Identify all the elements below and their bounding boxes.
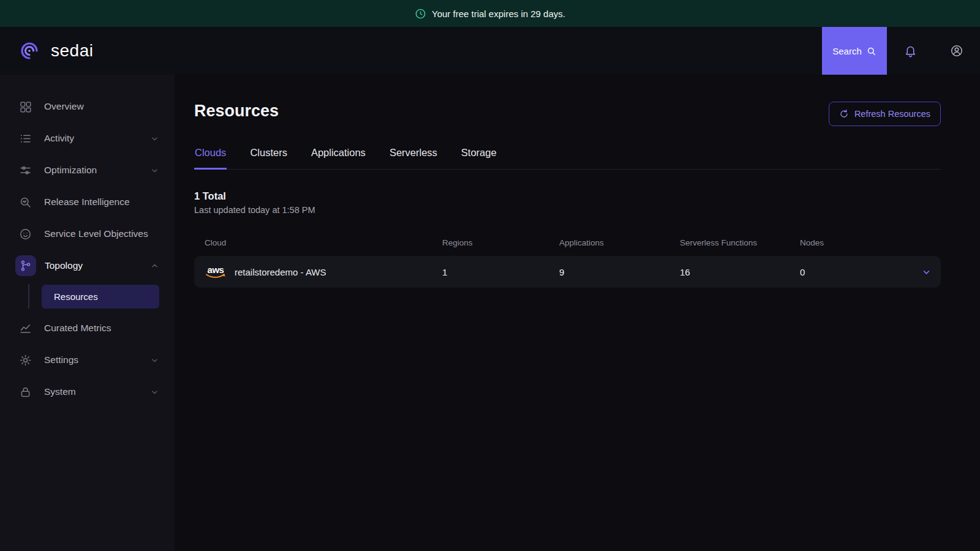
resource-tabs: Clouds Clusters Applications Serverless … <box>194 147 941 170</box>
main-content: Resources Refresh Resources Clouds Clust… <box>175 75 980 551</box>
column-header-cloud: Cloud <box>205 238 442 247</box>
main-header: Resources Refresh Resources <box>194 102 941 126</box>
app-header: sedai Search <box>0 27 980 75</box>
sidebar-item-topology[interactable]: Topology <box>0 250 175 282</box>
sidebar-item-label: Activity <box>44 133 74 144</box>
app-shell: Overview Activity Optimization <box>0 75 980 551</box>
table-header-row: Cloud Regions Applications Serverless Fu… <box>194 238 941 247</box>
sidebar-item-curated-metrics[interactable]: Curated Metrics <box>0 312 175 344</box>
notifications-button[interactable] <box>887 27 933 75</box>
sedai-logo[interactable]: sedai <box>16 37 93 64</box>
summary: 1 Total Last updated today at 1:58 PM <box>194 190 941 215</box>
aws-logo-text: aws <box>208 266 224 274</box>
sidebar-item-optimization[interactable]: Optimization <box>0 154 175 186</box>
sidebar-item-service-level-objectives[interactable]: Service Level Objectives <box>0 218 175 250</box>
sidebar-item-label: Service Level Objectives <box>44 228 148 239</box>
chevron-up-icon <box>149 261 160 271</box>
dashboard-icon <box>18 100 32 113</box>
chevron-down-icon <box>149 355 160 365</box>
total-count: 1 Total <box>194 190 941 202</box>
aws-logo-icon: aws <box>205 266 227 279</box>
column-header-regions: Regions <box>442 238 559 247</box>
sidebar-item-release-intelligence[interactable]: Release Intelligence <box>0 186 175 218</box>
sidebar-item-label: Overview <box>44 101 84 112</box>
user-icon <box>950 44 963 58</box>
tab-applications[interactable]: Applications <box>311 147 366 170</box>
chevron-down-icon <box>921 266 932 278</box>
column-header-serverless-functions: Serverless Functions <box>680 238 800 247</box>
serverless-functions-value: 16 <box>680 267 800 277</box>
tab-clusters[interactable]: Clusters <box>249 147 288 170</box>
search-button[interactable]: Search <box>822 27 887 75</box>
search-icon <box>866 46 876 56</box>
sidebar-item-label: Topology <box>45 260 83 271</box>
lock-icon <box>18 385 32 399</box>
sidebar-item-label: Release Intelligence <box>44 197 130 208</box>
clock-icon <box>415 8 426 20</box>
bell-icon <box>904 45 917 58</box>
sidebar-item-overview[interactable]: Overview <box>0 91 175 122</box>
sidebar-subitem-resources-row: Resources <box>0 284 175 309</box>
activity-icon <box>18 132 32 145</box>
cloud-cell: aws retailstoredemo - AWS <box>205 266 442 279</box>
sidebar-item-label: Optimization <box>44 165 97 176</box>
column-header-nodes: Nodes <box>800 238 915 247</box>
refresh-resources-button[interactable]: Refresh Resources <box>829 102 941 126</box>
tab-storage[interactable]: Storage <box>461 147 497 170</box>
tab-clouds[interactable]: Clouds <box>194 147 227 170</box>
refresh-button-label: Refresh Resources <box>854 109 930 119</box>
topology-icon <box>15 255 36 276</box>
brand-name: sedai <box>51 41 93 61</box>
sidebar-item-activity[interactable]: Activity <box>0 122 175 154</box>
metrics-icon <box>18 321 32 335</box>
applications-value: 9 <box>559 267 680 277</box>
page-title: Resources <box>194 102 279 121</box>
last-updated: Last updated today at 1:58 PM <box>194 205 941 215</box>
sidebar-item-resources[interactable]: Resources <box>42 285 159 309</box>
sidebar-item-label: Curated Metrics <box>44 323 111 334</box>
sidebar-item-system[interactable]: System <box>0 376 175 408</box>
cloud-name: retailstoredemo - AWS <box>235 267 326 277</box>
settings-icon <box>18 353 32 367</box>
chevron-down-icon <box>149 387 160 397</box>
chevron-down-icon <box>149 133 160 144</box>
tab-serverless[interactable]: Serverless <box>389 147 438 170</box>
table-row[interactable]: aws retailstoredemo - AWS 1 9 16 0 <box>194 256 941 288</box>
trial-banner: Your free trial expires in 29 days. <box>0 0 980 27</box>
header-actions: Search <box>822 27 980 75</box>
user-menu-button[interactable] <box>933 27 980 75</box>
sidebar-item-settings[interactable]: Settings <box>0 344 175 376</box>
row-expand-button[interactable] <box>915 266 932 278</box>
trial-banner-text: Your free trial expires in 29 days. <box>432 9 565 19</box>
subitem-indent-line <box>28 284 29 309</box>
sidebar-item-label: System <box>44 386 76 397</box>
sidebar-item-label: Settings <box>44 354 78 365</box>
optimization-icon <box>18 163 32 177</box>
regions-value: 1 <box>442 267 559 277</box>
chevron-down-icon <box>149 165 160 176</box>
refresh-icon <box>839 109 849 119</box>
sedai-logo-icon <box>16 37 43 64</box>
slo-icon <box>18 227 32 241</box>
sidebar: Overview Activity Optimization <box>0 75 175 551</box>
nodes-value: 0 <box>800 267 915 277</box>
release-intelligence-icon <box>18 195 32 209</box>
search-button-label: Search <box>832 46 862 56</box>
column-header-applications: Applications <box>559 238 680 247</box>
